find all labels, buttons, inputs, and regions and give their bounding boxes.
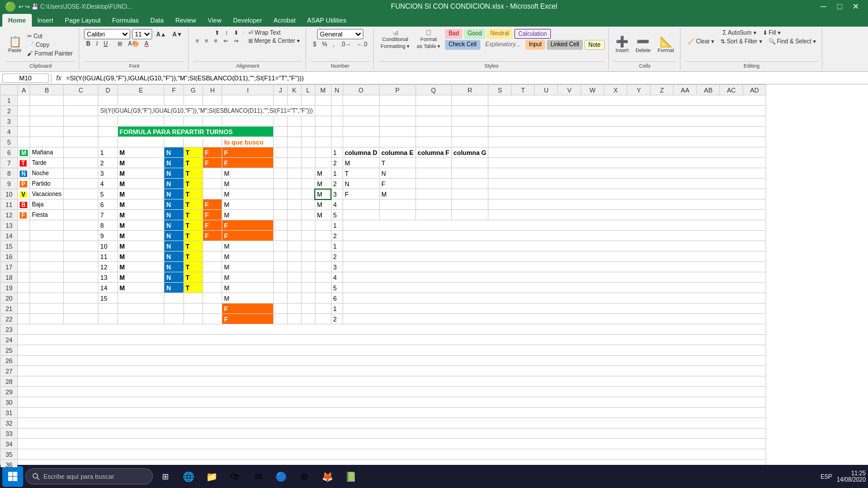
cell-B12[interactable]: Fiesta [30, 210, 64, 220]
tab-view[interactable]: View [202, 14, 227, 27]
cell-J1[interactable] [274, 95, 288, 106]
decrease-decimal-button[interactable]: ←.0 [354, 40, 369, 48]
style-neutral[interactable]: Neutral [487, 29, 512, 39]
cell-M3[interactable] [315, 116, 331, 127]
align-middle-button[interactable]: ↕ [223, 29, 230, 36]
cell-S3[interactable] [488, 116, 766, 127]
cell-O3[interactable] [343, 116, 379, 127]
cell-E8[interactable]: M [117, 168, 164, 179]
cell-J20[interactable] [274, 293, 288, 304]
cell-N21[interactable]: 1 [331, 304, 343, 314]
cell-N15[interactable]: 1 [331, 241, 343, 252]
cell-H12[interactable]: F [203, 210, 222, 220]
style-calculation[interactable]: Calculation [514, 29, 551, 39]
edge-button[interactable]: 🌐 [178, 466, 199, 479]
cell-K12[interactable] [288, 210, 301, 220]
cell-K18[interactable] [288, 272, 301, 283]
cell-B22[interactable] [30, 314, 64, 324]
cell-I6[interactable]: F [222, 147, 274, 158]
cell-G22[interactable] [183, 314, 203, 324]
cell-N17[interactable]: 3 [331, 262, 343, 272]
cell-J14[interactable] [274, 231, 288, 241]
cell-F18[interactable]: N [164, 272, 183, 283]
cell-J18[interactable] [274, 272, 288, 283]
cell-P1[interactable] [379, 95, 415, 106]
cell-M7[interactable] [315, 158, 331, 168]
cell-S8[interactable] [488, 168, 766, 179]
cell-B14[interactable] [30, 231, 64, 241]
cell-Q2[interactable] [415, 106, 451, 116]
cell-E12[interactable]: M [117, 210, 164, 220]
cell-F22[interactable] [164, 314, 183, 324]
tab-acrobat[interactable]: Acrobat [268, 14, 301, 27]
cell-J10[interactable] [274, 189, 288, 199]
col-header-D[interactable]: D [98, 85, 117, 95]
cell-O6[interactable]: columna D [343, 147, 379, 158]
cell-Q12[interactable] [415, 210, 451, 220]
cell-J5[interactable] [274, 137, 288, 147]
cell-I1[interactable] [222, 95, 274, 106]
cell-Q4[interactable] [415, 127, 451, 137]
cell-L15[interactable] [301, 241, 315, 252]
cell-A15[interactable] [18, 241, 30, 252]
cell-Q3[interactable] [415, 116, 451, 127]
cell-N12[interactable]: 5 [331, 210, 343, 220]
cell-I20[interactable]: M [222, 293, 274, 304]
cell-F16[interactable]: N [164, 252, 183, 262]
style-input[interactable]: Input [525, 40, 545, 50]
firefox-button[interactable]: 🦊 [317, 466, 338, 479]
cell-I16[interactable]: M [222, 252, 274, 262]
cell-E11[interactable]: M [117, 199, 164, 210]
cell-B6[interactable]: Mañana [30, 147, 64, 158]
cell-L1[interactable] [301, 95, 315, 106]
cell-G6[interactable]: T [183, 147, 203, 158]
cell-E5[interactable] [117, 137, 164, 147]
col-header-AD[interactable]: AD [743, 85, 766, 95]
cell-O22[interactable] [343, 314, 766, 324]
currency-button[interactable]: $ [311, 40, 319, 48]
cell-S5[interactable] [488, 137, 766, 147]
cell-C14[interactable] [64, 231, 98, 241]
cell-L7[interactable] [301, 158, 315, 168]
cell-S6[interactable] [488, 147, 766, 158]
cell-R5[interactable] [451, 137, 488, 147]
fill-color-button[interactable]: A🎨 [126, 40, 141, 47]
minimize-button[interactable]: ─ [816, 0, 831, 13]
cell-R3[interactable] [451, 116, 488, 127]
cell-E21[interactable] [117, 304, 164, 314]
taskbar-search-box[interactable]: Escribe aquí para buscar [25, 468, 153, 479]
cell-J16[interactable] [274, 252, 288, 262]
col-header-T[interactable]: T [512, 85, 535, 95]
cell-E18[interactable]: M [117, 272, 164, 283]
cell-C9[interactable] [64, 179, 98, 189]
col-header-V[interactable]: V [558, 85, 581, 95]
align-right-button[interactable]: ≡ [212, 37, 220, 45]
cell-B10[interactable]: Vacaciones [30, 189, 64, 199]
cell-G20[interactable] [183, 293, 203, 304]
col-header-W[interactable]: W [581, 85, 604, 95]
cell-A21[interactable] [18, 304, 30, 314]
cell-A3[interactable] [18, 116, 30, 127]
cell-M18[interactable] [315, 272, 331, 283]
cell-A16[interactable] [18, 252, 30, 262]
cell-R6[interactable]: columna G [451, 147, 488, 158]
cut-button[interactable]: ✂ Cut [25, 32, 75, 40]
cell-L21[interactable] [301, 304, 315, 314]
col-header-AC[interactable]: AC [720, 85, 743, 95]
cell-F6[interactable]: N [164, 147, 183, 158]
col-header-K[interactable]: K [288, 85, 301, 95]
cell-C12[interactable] [64, 210, 98, 220]
cell-M9[interactable]: M [315, 179, 331, 189]
col-header-E[interactable]: E [117, 85, 164, 95]
cell-P11[interactable] [379, 199, 415, 210]
col-header-O[interactable]: O [343, 85, 379, 95]
cell-Q7[interactable] [415, 158, 451, 168]
cell-D17[interactable]: 12 [98, 262, 117, 272]
col-header-J[interactable]: J [274, 85, 288, 95]
cell-A14[interactable] [18, 231, 30, 241]
cell-O14[interactable] [343, 231, 766, 241]
cell-O21[interactable] [343, 304, 766, 314]
cell-A5[interactable] [18, 137, 30, 147]
cell-A6[interactable]: M [18, 147, 30, 158]
cell-I18[interactable]: M [222, 272, 274, 283]
